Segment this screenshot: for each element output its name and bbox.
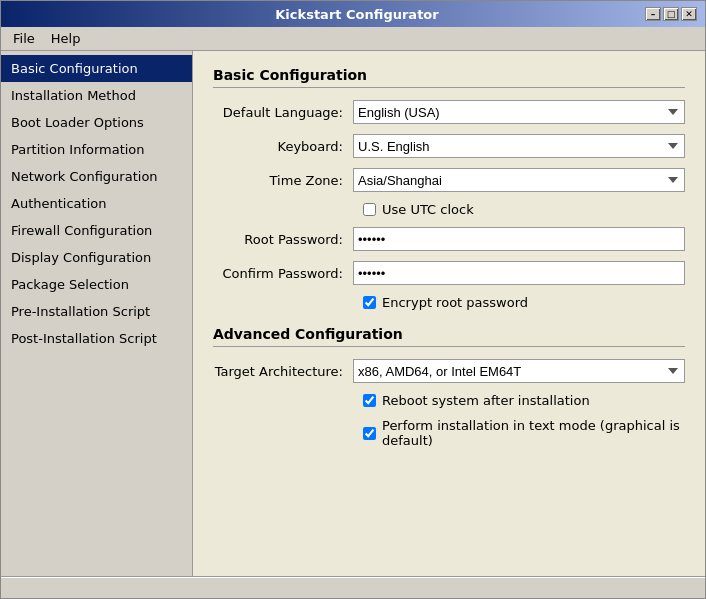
- sidebar: Basic Configuration Installation Method …: [1, 51, 193, 576]
- confirm-password-input[interactable]: [353, 261, 685, 285]
- encrypt-root-row: Encrypt root password: [213, 295, 685, 310]
- sidebar-item-package-selection[interactable]: Package Selection: [1, 271, 192, 298]
- reboot-row: Reboot system after installation: [213, 393, 685, 408]
- timezone-row: Time Zone: Asia/Shanghai UTC America/New…: [213, 168, 685, 192]
- timezone-select[interactable]: Asia/Shanghai UTC America/New_York Europ…: [353, 168, 685, 192]
- timezone-control: Asia/Shanghai UTC America/New_York Europ…: [353, 168, 685, 192]
- sidebar-item-boot-loader-options[interactable]: Boot Loader Options: [1, 109, 192, 136]
- sidebar-item-pre-installation-script[interactable]: Pre-Installation Script: [1, 298, 192, 325]
- main-panel: Basic Configuration Default Language: En…: [193, 51, 705, 576]
- target-arch-label: Target Architecture:: [213, 364, 353, 379]
- sidebar-item-authentication[interactable]: Authentication: [1, 190, 192, 217]
- text-mode-label: Perform installation in text mode (graph…: [382, 418, 685, 448]
- sidebar-item-firewall-configuration[interactable]: Firewall Configuration: [1, 217, 192, 244]
- basic-config-title: Basic Configuration: [213, 67, 685, 88]
- menu-help[interactable]: Help: [43, 29, 89, 48]
- confirm-password-row: Confirm Password:: [213, 261, 685, 285]
- sidebar-item-network-configuration[interactable]: Network Configuration: [1, 163, 192, 190]
- utc-clock-row: Use UTC clock: [213, 202, 685, 217]
- sidebar-item-partition-information[interactable]: Partition Information: [1, 136, 192, 163]
- maximize-button[interactable]: □: [663, 7, 679, 21]
- statusbar: [1, 576, 705, 598]
- main-window: Kickstart Configurator – □ ✕ File Help B…: [0, 0, 706, 599]
- sidebar-item-basic-configuration[interactable]: Basic Configuration: [1, 55, 192, 82]
- root-password-input[interactable]: [353, 227, 685, 251]
- window-title: Kickstart Configurator: [69, 7, 645, 22]
- sidebar-item-post-installation-script[interactable]: Post-Installation Script: [1, 325, 192, 352]
- default-language-control: English (USA) English (UK) German French: [353, 100, 685, 124]
- root-password-control: [353, 227, 685, 251]
- window-controls: – □ ✕: [645, 7, 697, 21]
- menu-file[interactable]: File: [5, 29, 43, 48]
- reboot-checkbox[interactable]: [363, 394, 376, 407]
- titlebar: Kickstart Configurator – □ ✕: [1, 1, 705, 27]
- close-button[interactable]: ✕: [681, 7, 697, 21]
- encrypt-root-checkbox[interactable]: [363, 296, 376, 309]
- confirm-password-control: [353, 261, 685, 285]
- minimize-button[interactable]: –: [645, 7, 661, 21]
- target-arch-control: x86, AMD64, or Intel EM64T x86 AMD64 PPC…: [353, 359, 685, 383]
- default-language-row: Default Language: English (USA) English …: [213, 100, 685, 124]
- confirm-password-label: Confirm Password:: [213, 266, 353, 281]
- advanced-config-title: Advanced Configuration: [213, 326, 685, 347]
- text-mode-checkbox[interactable]: [363, 427, 376, 440]
- root-password-label: Root Password:: [213, 232, 353, 247]
- encrypt-root-label: Encrypt root password: [382, 295, 528, 310]
- keyboard-label: Keyboard:: [213, 139, 353, 154]
- menubar: File Help: [1, 27, 705, 51]
- keyboard-row: Keyboard: U.S. English German French: [213, 134, 685, 158]
- target-arch-row: Target Architecture: x86, AMD64, or Inte…: [213, 359, 685, 383]
- utc-clock-label: Use UTC clock: [382, 202, 474, 217]
- keyboard-select[interactable]: U.S. English German French: [353, 134, 685, 158]
- text-mode-row: Perform installation in text mode (graph…: [213, 418, 685, 448]
- sidebar-item-installation-method[interactable]: Installation Method: [1, 82, 192, 109]
- default-language-select[interactable]: English (USA) English (UK) German French: [353, 100, 685, 124]
- target-arch-select[interactable]: x86, AMD64, or Intel EM64T x86 AMD64 PPC…: [353, 359, 685, 383]
- timezone-label: Time Zone:: [213, 173, 353, 188]
- sidebar-item-display-configuration[interactable]: Display Configuration: [1, 244, 192, 271]
- advanced-config-section: Advanced Configuration Target Architectu…: [213, 326, 685, 448]
- keyboard-control: U.S. English German French: [353, 134, 685, 158]
- default-language-label: Default Language:: [213, 105, 353, 120]
- reboot-label: Reboot system after installation: [382, 393, 590, 408]
- content-area: Basic Configuration Installation Method …: [1, 51, 705, 576]
- root-password-row: Root Password:: [213, 227, 685, 251]
- utc-clock-checkbox[interactable]: [363, 203, 376, 216]
